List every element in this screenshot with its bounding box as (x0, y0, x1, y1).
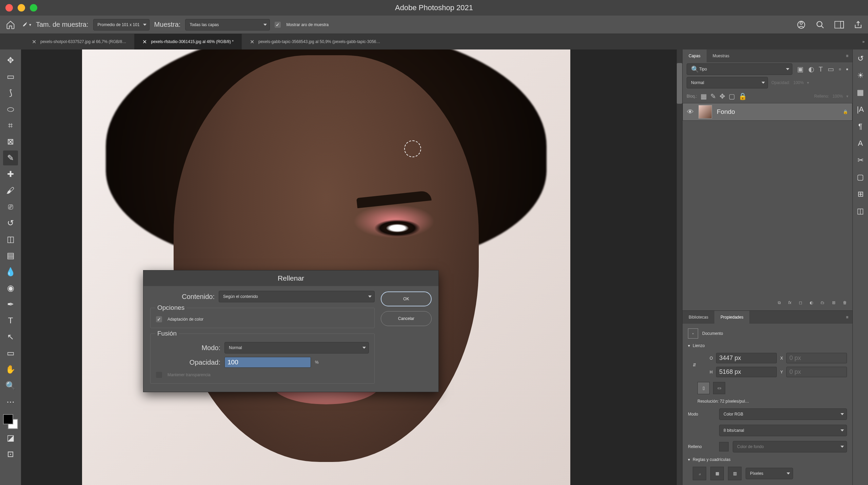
document-canvas[interactable] (82, 49, 570, 485)
doc-tab-0[interactable]: ✕ pexels-shotpot-6337527.jpg al 66,7% (R… (24, 34, 134, 49)
frame-tool[interactable]: ⊠ (3, 134, 18, 149)
adjustment-icon[interactable]: ◐ (810, 300, 813, 305)
close-icon[interactable]: ✕ (250, 39, 254, 45)
lock-artboard-icon[interactable]: ▢ (729, 92, 735, 100)
width-input[interactable] (716, 353, 777, 363)
tool-eyedropper-preset[interactable]: ▾ (21, 20, 31, 30)
info-icon[interactable]: ⊞ (857, 190, 864, 199)
stamp-tool[interactable]: ⎚ (3, 199, 18, 214)
opacity-input[interactable] (224, 357, 311, 368)
window-zoom[interactable] (30, 4, 37, 12)
close-icon[interactable]: ✕ (142, 39, 147, 45)
link-dims-icon[interactable]: ⇵ (693, 363, 696, 367)
mask-icon[interactable]: ◻ (799, 300, 802, 305)
character-icon[interactable]: A (858, 139, 863, 148)
show-ring-checkbox[interactable]: Mostrar aro de muestra (275, 22, 329, 28)
delete-icon[interactable]: 🗑 (843, 300, 847, 305)
tab-swatches[interactable]: Muestras (707, 49, 735, 62)
group-icon[interactable]: 🗀 (821, 300, 825, 305)
ruler-units-dropdown[interactable]: Píxeles (746, 468, 793, 479)
blur-tool[interactable]: 💧 (3, 264, 18, 279)
filter-type-icon[interactable]: T (819, 65, 823, 73)
window-close[interactable] (5, 4, 13, 12)
orient-portrait-button[interactable]: ▯ (697, 382, 710, 394)
link-layers-icon[interactable]: ⧉ (778, 300, 781, 305)
blend-mode-dropdown[interactable]: Normal (687, 77, 768, 88)
glyphs-icon[interactable]: |A (857, 105, 864, 114)
filter-smart-icon[interactable]: ▫ (839, 65, 841, 73)
filter-shape-icon[interactable]: ▭ (828, 65, 834, 73)
ok-button[interactable]: OK (381, 291, 432, 306)
filter-pixel-icon[interactable]: ▣ (797, 65, 804, 73)
filter-adjust-icon[interactable]: ◐ (808, 65, 814, 73)
panel-menu-icon[interactable]: ≡ (842, 311, 852, 324)
gradient-tool[interactable]: ▤ (3, 248, 18, 263)
more-tool[interactable]: ⋯ (3, 395, 18, 409)
search-icon[interactable] (815, 20, 825, 30)
history-icon[interactable]: ↺ (857, 54, 864, 63)
brush-tool[interactable]: 🖌 (3, 183, 18, 198)
hand-tool[interactable]: ✋ (3, 362, 18, 377)
canvas-scrollbar[interactable] (677, 49, 682, 485)
quickmask-icon[interactable]: ◪ (3, 430, 18, 445)
zoom-tool[interactable]: 🔍 (3, 378, 18, 393)
swatches-icon[interactable]: ▦ (857, 88, 864, 97)
new-layer-icon[interactable]: ⊞ (832, 300, 835, 305)
layer-thumbnail[interactable] (698, 105, 712, 119)
color-swatches[interactable] (3, 414, 18, 429)
mode-dropdown[interactable]: Normal (224, 342, 369, 353)
home-icon[interactable] (5, 19, 16, 31)
eyedropper-tool[interactable]: ✎ (3, 150, 18, 165)
layer-row-background[interactable]: 👁 Fondo 🔒 (683, 103, 852, 121)
visibility-icon[interactable]: 👁 (687, 108, 694, 116)
tab-properties[interactable]: Propiedades (714, 311, 749, 324)
path-select-tool[interactable]: ↖ (3, 329, 18, 344)
share-icon[interactable] (853, 20, 863, 30)
doc-tab-1[interactable]: ✕ pexels-rfstudio-3061415.jpg al 46% (RG… (134, 34, 241, 49)
crop-tool[interactable]: ⌗ (3, 118, 18, 133)
cancel-button[interactable]: Cancelar (381, 311, 432, 326)
screenmode-icon[interactable]: ⊡ (3, 447, 18, 462)
tabs-overflow-icon[interactable]: » (862, 39, 865, 44)
adjust-icon[interactable]: ☀ (857, 71, 864, 80)
window-minimize[interactable] (18, 4, 25, 12)
navigator-icon[interactable]: ▢ (857, 173, 864, 182)
color-adapt-checkbox[interactable]: Adaptación de color (156, 316, 369, 322)
paragraph-icon[interactable]: ¶ (859, 122, 863, 131)
lasso-tool[interactable]: ⟆ (3, 85, 18, 100)
quick-select-tool[interactable]: ⬭ (3, 102, 18, 117)
filter-toggle-icon[interactable]: ▪ (846, 65, 848, 73)
lock-pixels-icon[interactable]: ▦ (701, 92, 707, 100)
fx-icon[interactable]: fx (788, 300, 791, 305)
height-input[interactable] (716, 367, 777, 377)
shape-tool[interactable]: ▭ (3, 346, 18, 361)
styles-icon[interactable]: ◫ (857, 207, 864, 216)
canvas-section-toggle[interactable]: ▾ Lienzo (688, 343, 847, 348)
move-tool[interactable]: ✥ (3, 53, 18, 68)
workspace-icon[interactable] (834, 20, 844, 30)
eraser-tool[interactable]: ◫ (3, 232, 18, 247)
panel-menu-icon[interactable]: ≡ (842, 49, 852, 62)
sample-dropdown[interactable]: Todas las capas (185, 19, 270, 31)
grid-icon[interactable]: ▦ (710, 467, 724, 480)
heal-tool[interactable]: ✚ (3, 167, 18, 182)
fill-color-dropdown[interactable]: Color de fondo (733, 441, 847, 452)
cloud-icon[interactable] (796, 20, 806, 30)
guides-icon[interactable]: ▥ (728, 467, 742, 480)
ruler-icon[interactable]: ⟓ (693, 467, 706, 480)
tab-layers[interactable]: Capas (683, 49, 707, 62)
history-brush-tool[interactable]: ↺ (3, 216, 18, 230)
layer-filter-kind[interactable]: 🔍 Tipo (687, 63, 792, 75)
fill-swatch[interactable] (719, 442, 729, 451)
sample-size-dropdown[interactable]: Promedio de 101 x 101 (93, 19, 150, 31)
doc-tab-2[interactable]: ✕ pexels-gabb-tapic-3568543.jpg al 50,9%… (242, 34, 389, 49)
lock-move-icon[interactable]: ✥ (719, 92, 725, 100)
marquee-tool[interactable]: ▭ (3, 69, 18, 84)
lock-brush-icon[interactable]: ✎ (710, 92, 716, 100)
dodge-tool[interactable]: ◉ (3, 281, 18, 296)
orient-landscape-button[interactable]: ▭ (713, 382, 725, 394)
pen-tool[interactable]: ✒ (3, 297, 18, 312)
bit-depth-dropdown[interactable]: 8 bits/canal (719, 425, 847, 436)
color-mode-dropdown[interactable]: Color RGB (719, 408, 847, 420)
content-dropdown[interactable]: Según el contenido (219, 291, 375, 302)
